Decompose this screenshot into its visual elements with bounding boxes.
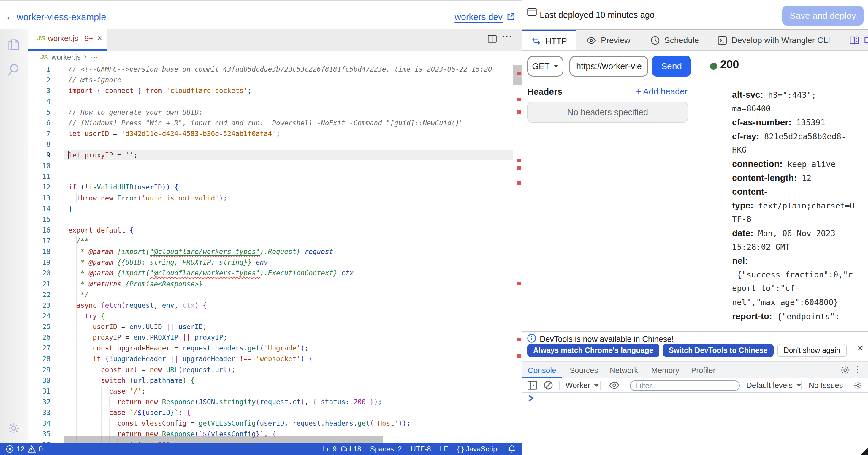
code-line[interactable]: 34 const vlessConfig = getVLESSConfig(us… — [28, 418, 522, 429]
response-header-row: nel","max_age":604800} — [732, 296, 862, 309]
code-line[interactable]: 13 throw new Error('uuid is not valid'); — [28, 193, 522, 204]
code-line[interactable]: 11 — [28, 171, 522, 182]
switch-devtools-to-chinese-button[interactable]: Switch DevTools to Chinese — [663, 344, 774, 357]
scrollbar-thumb[interactable] — [513, 65, 522, 85]
code-editor[interactable]: 1// <!--GAMFC-->version base on commit 4… — [28, 64, 522, 443]
code-line[interactable]: 25 userID = env.UUID || userID; — [28, 321, 522, 332]
back-arrow-icon[interactable]: ← — [5, 11, 16, 22]
external-link-icon[interactable] — [507, 12, 515, 21]
line-number: 21 — [28, 279, 51, 289]
line-number: 23 — [28, 300, 51, 311]
code-line[interactable]: 9let proxyIP = ''; — [28, 150, 522, 160]
code-line[interactable]: 24 try { — [28, 311, 522, 321]
code-line[interactable]: 32 return new Response(JSON.stringify(re… — [28, 396, 522, 407]
console-settings-gear-icon[interactable] — [853, 381, 863, 390]
code-line[interactable]: 28 if (!upgradeHeader || upgradeHeader !… — [28, 354, 522, 364]
context-selector[interactable]: Worker — [565, 381, 599, 390]
breadcrumb[interactable]: JS worker.js › … — [28, 51, 522, 64]
files-icon[interactable] — [6, 36, 21, 52]
console-filter-input[interactable]: Filter — [630, 381, 740, 391]
code-line[interactable]: 3import { connect } from 'cloudflare:soc… — [28, 85, 522, 96]
code-line[interactable]: 2// @ts-ignore — [28, 74, 522, 85]
panel-tab-label: Schedule — [664, 36, 699, 45]
vertical-scrollbar[interactable] — [513, 64, 522, 443]
settings-gear-icon[interactable] — [6, 421, 21, 435]
devtools-more-icon[interactable]: ⋮ — [853, 364, 862, 374]
code-line[interactable]: 12if (!isValidUUID(userID)) { — [28, 182, 522, 192]
devtools-settings-gear-icon[interactable] — [840, 365, 850, 375]
code-line[interactable]: 4 — [28, 96, 522, 107]
code-line[interactable]: 30 switch (url.pathname) { — [28, 375, 522, 386]
code-line[interactable]: 29 const url = new URL(request.url); — [28, 364, 522, 375]
always-match-chrome-s-language-button[interactable]: Always match Chrome's language — [527, 344, 659, 357]
code-line[interactable]: 18 * @param {import("@cloudflare/workers… — [28, 246, 522, 257]
code-line[interactable]: 31 case '/': — [28, 386, 522, 396]
code-line[interactable]: 26 proxyIP = env.PROXYIP || proxyIP; — [28, 332, 522, 343]
search-icon[interactable] — [6, 63, 21, 79]
log-levels-selector[interactable]: Default levels — [746, 381, 802, 390]
devtools-info-close-icon[interactable]: × — [857, 342, 863, 354]
error-mark — [517, 166, 521, 170]
split-editor-icon[interactable] — [488, 35, 497, 43]
workers-dev-link[interactable]: workers.dev — [455, 12, 503, 22]
breadcrumb-symbol[interactable]: … — [91, 51, 98, 60]
project-link[interactable]: worker-vless-example — [17, 12, 106, 23]
line-number: 27 — [28, 343, 51, 354]
code-line[interactable]: 15 — [28, 214, 522, 225]
send-button[interactable]: Send — [652, 56, 691, 77]
devtools-tab-memory[interactable]: Memory — [651, 362, 679, 379]
encoding[interactable]: UTF-8 — [411, 445, 431, 453]
problems-status[interactable]: 12 0 — [6, 443, 43, 455]
code-line[interactable]: 17 /** — [28, 236, 522, 246]
devtools-tab-network[interactable]: Network — [610, 362, 638, 379]
breadcrumb-file[interactable]: worker.js — [51, 53, 81, 61]
cursor-position[interactable]: Ln 9, Col 18 — [323, 445, 361, 453]
eol[interactable]: LF — [440, 445, 448, 453]
code-line[interactable]: 1// <!--GAMFC-->version base on commit 4… — [28, 64, 522, 74]
response-header-row: 15:28:02 GMT — [732, 240, 862, 254]
don-t-show-again-button[interactable]: Don't show again — [777, 344, 847, 357]
indentation[interactable]: Spaces: 2 — [370, 445, 402, 453]
add-header-button[interactable]: + Add header — [636, 87, 687, 96]
url-input[interactable]: https://worker-vle — [569, 56, 648, 77]
issues-counter[interactable]: No Issues — [809, 381, 843, 390]
code-line[interactable]: 7let userID = 'd342d11e-d424-4583-b36e-5… — [28, 128, 522, 139]
code-line[interactable]: 5// How to generate your own UUID: — [28, 107, 522, 118]
devtools-tab-profiler[interactable]: Profiler — [691, 362, 715, 379]
console-sidebar-icon[interactable] — [528, 381, 537, 390]
code-line[interactable]: 33 case `/${userID}`: { — [28, 407, 522, 418]
code-line[interactable]: 10 — [28, 160, 522, 171]
notifications-bell-icon[interactable] — [508, 445, 516, 453]
code-line[interactable]: 6// [Windows] Press "Win + R", input cmd… — [28, 118, 522, 128]
method-select[interactable]: GET — [527, 56, 563, 77]
clear-console-icon[interactable] — [544, 381, 553, 390]
code-line[interactable]: 20 * @param {import("@cloudflare/workers… — [28, 268, 522, 278]
horizontal-scrollbar[interactable] — [64, 436, 383, 443]
panel-tab-preview[interactable]: Preview — [587, 30, 630, 51]
line-number: 5 — [28, 107, 51, 118]
code-line[interactable]: 16export default { — [28, 225, 522, 236]
code-line[interactable]: 22 */ — [28, 289, 522, 300]
code-line[interactable]: 8 — [28, 139, 522, 150]
code-line[interactable]: 19 * @param {{UUID: string, PROXYIP: str… — [28, 257, 522, 268]
code-text: } — [68, 204, 72, 214]
panel-tab-http[interactable]: HTTP — [522, 30, 577, 51]
editor-more-actions-icon[interactable]: ··· — [502, 31, 513, 41]
panel-tab-ex[interactable]: Ex — [849, 30, 868, 51]
save-and-deploy-button[interactable]: Save and deploy — [782, 6, 864, 26]
live-expression-eye-icon[interactable] — [609, 381, 619, 389]
panel-tab-schedule[interactable]: Schedule — [651, 30, 699, 51]
panel-tab-develop-with-wrangler-cli[interactable]: Develop with Wrangler CLI — [718, 30, 830, 51]
tab-worker-js[interactable]: JS worker.js 9+ × — [28, 29, 107, 51]
code-line[interactable]: 21 * @returns {Promise<Response>} — [28, 279, 522, 289]
devtools-tab-console[interactable]: Console — [528, 362, 556, 379]
tab-close-icon[interactable]: × — [97, 33, 102, 43]
code-line[interactable]: 23 async fetch(request, env, ctx) { — [28, 300, 522, 311]
code-line[interactable]: 27 const upgradeHeader = request.headers… — [28, 343, 522, 354]
devtools-tab-sources[interactable]: Sources — [570, 362, 598, 379]
language-mode[interactable]: { } JavaScript — [457, 445, 499, 453]
editor-header: ← worker-vless-example workers.dev — [0, 1, 522, 30]
console-prompt-icon[interactable] — [528, 395, 535, 401]
code-line[interactable]: 14} — [28, 204, 522, 214]
code-text: let proxyIP = ''; — [68, 150, 137, 160]
